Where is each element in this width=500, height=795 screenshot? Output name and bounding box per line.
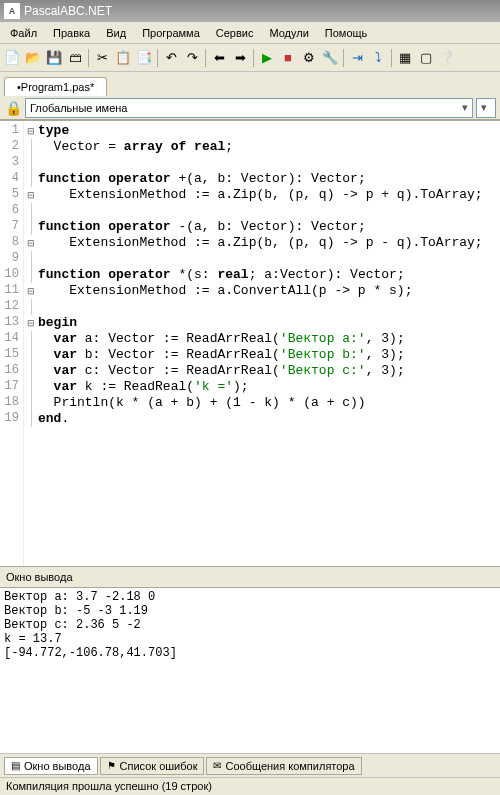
line-number: 5 bbox=[0, 187, 23, 203]
save-all-button[interactable]: 🗃 bbox=[65, 48, 85, 68]
code-line[interactable]: var k := ReadReal('k ='); bbox=[38, 379, 500, 395]
code-line[interactable]: function operator *(s: real; a:Vector): … bbox=[38, 267, 500, 283]
code-line[interactable]: Vector = array of real; bbox=[38, 139, 500, 155]
scope-label: Глобальные имена bbox=[30, 102, 128, 114]
menu-правка[interactable]: Правка bbox=[45, 24, 98, 42]
line-number: 19 bbox=[0, 411, 23, 427]
line-number: 13 bbox=[0, 315, 23, 331]
undo-button[interactable]: ↶ bbox=[161, 48, 181, 68]
separator bbox=[343, 49, 344, 67]
fold-marker bbox=[24, 251, 38, 267]
build-button[interactable]: 🔧 bbox=[320, 48, 340, 68]
bottom-tab[interactable]: ▤Окно вывода bbox=[4, 757, 98, 775]
code-line[interactable] bbox=[38, 299, 500, 315]
code-line[interactable]: begin bbox=[38, 315, 500, 331]
menu-файл[interactable]: Файл bbox=[2, 24, 45, 42]
code-line[interactable] bbox=[38, 203, 500, 219]
menu-программа[interactable]: Программа bbox=[134, 24, 208, 42]
run-button[interactable]: ▶ bbox=[257, 48, 277, 68]
line-number: 17 bbox=[0, 379, 23, 395]
code-editor[interactable]: 12345678910111213141516171819 ⊟⊟⊟⊟⊟ type… bbox=[0, 120, 500, 566]
separator bbox=[253, 49, 254, 67]
line-number: 15 bbox=[0, 347, 23, 363]
separator bbox=[205, 49, 206, 67]
scope-select[interactable]: Глобальные имена bbox=[25, 98, 473, 118]
code-line[interactable]: end. bbox=[38, 411, 500, 427]
line-number: 11 bbox=[0, 283, 23, 299]
scope-extra[interactable] bbox=[476, 98, 496, 118]
paste-button[interactable]: 📑 bbox=[134, 48, 154, 68]
redo-button[interactable]: ↷ bbox=[182, 48, 202, 68]
separator bbox=[88, 49, 89, 67]
line-number: 1 bbox=[0, 123, 23, 139]
bottom-tab[interactable]: ✉Сообщения компилятора bbox=[206, 757, 361, 775]
menu-сервис[interactable]: Сервис bbox=[208, 24, 262, 42]
line-number: 14 bbox=[0, 331, 23, 347]
fold-marker[interactable]: ⊟ bbox=[24, 187, 38, 203]
code-line[interactable]: Println(k * (a + b) + (1 - k) * (a + c)) bbox=[38, 395, 500, 411]
bottom-tab[interactable]: ⚑Список ошибок bbox=[100, 757, 205, 775]
save-button[interactable]: 💾 bbox=[44, 48, 64, 68]
menu-помощь[interactable]: Помощь bbox=[317, 24, 376, 42]
fold-marker[interactable]: ⊟ bbox=[24, 283, 38, 299]
cut-button[interactable]: ✂ bbox=[92, 48, 112, 68]
line-number: 4 bbox=[0, 171, 23, 187]
code-line[interactable]: var c: Vector := ReadArrReal('Вектор c:'… bbox=[38, 363, 500, 379]
fold-column: ⊟⊟⊟⊟⊟ bbox=[24, 121, 38, 566]
code-line[interactable]: function operator +(a, b: Vector): Vecto… bbox=[38, 171, 500, 187]
output-panel[interactable]: Вектор a: 3.7 -2.18 0 Вектор b: -5 -3 1.… bbox=[0, 588, 500, 753]
stop-button[interactable]: ■ bbox=[278, 48, 298, 68]
separator bbox=[157, 49, 158, 67]
file-tab[interactable]: •Program1.pas* bbox=[4, 77, 107, 96]
menubar: ФайлПравкаВидПрограммаСервисМодулиПомощь bbox=[0, 22, 500, 44]
code-line[interactable]: ExtensionMethod := a.Zip(b, (p, q) -> p … bbox=[38, 235, 500, 251]
code-line[interactable]: var b: Vector := ReadArrReal('Вектор b:'… bbox=[38, 347, 500, 363]
fold-marker bbox=[24, 347, 38, 363]
line-number: 8 bbox=[0, 235, 23, 251]
help-button[interactable]: ❔ bbox=[437, 48, 457, 68]
line-number: 10 bbox=[0, 267, 23, 283]
line-number: 18 bbox=[0, 395, 23, 411]
form-button[interactable]: ▦ bbox=[395, 48, 415, 68]
fold-marker[interactable]: ⊟ bbox=[24, 123, 38, 139]
module-button[interactable]: ▢ bbox=[416, 48, 436, 68]
tab-icon: ✉ bbox=[213, 760, 221, 771]
output-title: Окно вывода bbox=[0, 566, 500, 588]
code-line[interactable]: ExtensionMethod := a.Zip(b, (p, q) -> p … bbox=[38, 187, 500, 203]
code-area[interactable]: type Vector = array of real;function ope… bbox=[38, 121, 500, 566]
code-line[interactable] bbox=[38, 251, 500, 267]
code-line[interactable] bbox=[38, 155, 500, 171]
fold-marker bbox=[24, 411, 38, 427]
compile-button[interactable]: ⚙ bbox=[299, 48, 319, 68]
nav-fwd-button[interactable]: ➡ bbox=[230, 48, 250, 68]
titlebar: A PascalABC.NET bbox=[0, 0, 500, 22]
step-over-button[interactable]: ⤵ bbox=[368, 48, 388, 68]
open-file-button[interactable]: 📂 bbox=[23, 48, 43, 68]
toolbar: 📄 📂 💾 🗃 ✂ 📋 📑 ↶ ↷ ⬅ ➡ ▶ ■ ⚙ 🔧 ⇥ ⤵ ▦ ▢ ❔ bbox=[0, 44, 500, 72]
fold-marker bbox=[24, 267, 38, 283]
code-line[interactable]: var a: Vector := ReadArrReal('Вектор a:'… bbox=[38, 331, 500, 347]
line-number: 12 bbox=[0, 299, 23, 315]
fold-marker bbox=[24, 219, 38, 235]
statusbar: Компиляция прошла успешно (19 строк) bbox=[0, 777, 500, 795]
fold-marker bbox=[24, 379, 38, 395]
tab-label: Список ошибок bbox=[120, 760, 198, 772]
fold-marker[interactable]: ⊟ bbox=[24, 235, 38, 251]
code-line[interactable]: function operator -(a, b: Vector): Vecto… bbox=[38, 219, 500, 235]
code-line[interactable]: type bbox=[38, 123, 500, 139]
copy-button[interactable]: 📋 bbox=[113, 48, 133, 68]
window-title: PascalABC.NET bbox=[24, 4, 112, 18]
fold-marker bbox=[24, 203, 38, 219]
menu-вид[interactable]: Вид bbox=[98, 24, 134, 42]
scope-icon: 🔒 bbox=[4, 99, 22, 117]
code-line[interactable]: ExtensionMethod := a.ConvertAll(p -> p *… bbox=[38, 283, 500, 299]
tabbar: •Program1.pas* bbox=[0, 72, 500, 96]
nav-back-button[interactable]: ⬅ bbox=[209, 48, 229, 68]
fold-marker[interactable]: ⊟ bbox=[24, 315, 38, 331]
step-into-button[interactable]: ⇥ bbox=[347, 48, 367, 68]
fold-marker bbox=[24, 299, 38, 315]
tab-label: Сообщения компилятора bbox=[225, 760, 354, 772]
tab-icon: ▤ bbox=[11, 760, 20, 771]
new-file-button[interactable]: 📄 bbox=[2, 48, 22, 68]
menu-модули[interactable]: Модули bbox=[261, 24, 316, 42]
